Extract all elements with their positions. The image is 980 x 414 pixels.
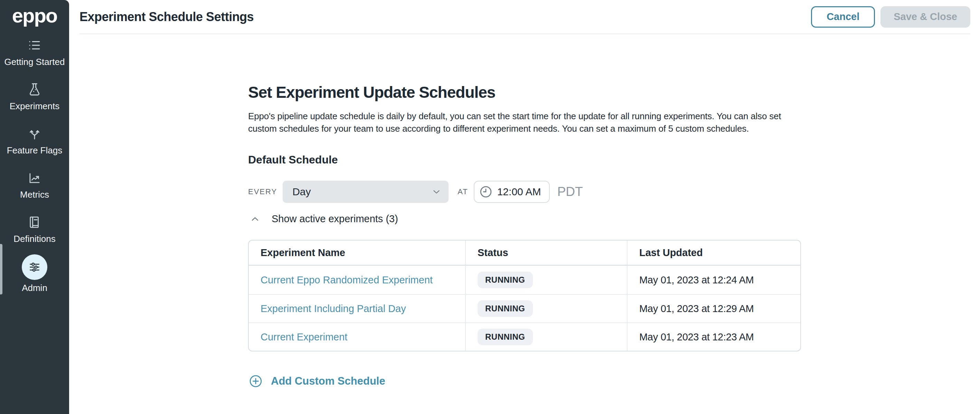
last-updated-value: May 01, 2023 at 12:24 AM <box>639 274 754 286</box>
column-header-last-updated: Last Updated <box>628 240 800 265</box>
sidebar-item-metrics[interactable]: Metrics <box>0 163 69 207</box>
save-close-button[interactable]: Save & Close <box>880 6 970 28</box>
clock-icon <box>479 185 493 199</box>
status-badge: RUNNING <box>477 272 533 288</box>
add-custom-schedule-button[interactable]: Add Custom Schedule <box>248 374 385 388</box>
table-row: Experiment Including Partial Day RUNNING… <box>249 294 800 322</box>
chevron-down-icon <box>431 186 442 197</box>
last-updated-value: May 01, 2023 at 12:29 AM <box>639 303 754 314</box>
book-icon <box>27 215 42 229</box>
split-arrow-icon <box>27 126 42 141</box>
sliders-icon <box>22 254 47 280</box>
timezone-label: PDT <box>557 185 583 199</box>
toggle-label: Show active experiments (3) <box>272 213 398 225</box>
frequency-value: Day <box>292 186 311 197</box>
add-custom-schedule-label: Add Custom Schedule <box>271 375 385 387</box>
eppo-logo[interactable]: eppo <box>12 0 57 30</box>
default-schedule-title: Default Schedule <box>248 153 801 166</box>
sidebar-item-label: Metrics <box>20 189 49 200</box>
page-title: Experiment Schedule Settings <box>80 10 811 24</box>
header-actions: Cancel Save & Close <box>811 6 970 28</box>
sidebar-item-label: Admin <box>22 283 47 293</box>
experiment-link[interactable]: Current Experiment <box>261 331 347 343</box>
cancel-button[interactable]: Cancel <box>811 6 875 28</box>
sidebar-item-feature-flags[interactable]: Feature Flags <box>0 119 69 163</box>
content-area: Experiment Schedule Settings Cancel Save… <box>69 0 980 414</box>
chart-icon <box>27 171 42 185</box>
frequency-select[interactable]: Day <box>283 181 449 203</box>
at-label: AT <box>458 187 468 196</box>
table-row: Current Eppo Randomized Experiment RUNNI… <box>249 266 800 294</box>
sidebar-item-definitions[interactable]: Definitions <box>0 207 69 252</box>
list-icon <box>27 38 42 53</box>
sidebar-item-getting-started[interactable]: Getting Started <box>0 30 69 75</box>
section-description: Eppo's pipeline update schedule is daily… <box>248 110 801 135</box>
section-heading: Set Experiment Update Schedules <box>248 83 801 102</box>
sidebar-item-label: Feature Flags <box>7 145 62 156</box>
time-input[interactable]: 12:00 AM <box>474 181 550 203</box>
show-active-experiments-toggle[interactable]: Show active experiments (3) <box>248 213 801 225</box>
experiments-table: Experiment Name Status Last Updated Curr… <box>248 240 801 352</box>
active-item-indicator <box>0 244 2 295</box>
chevron-up-icon <box>250 213 261 225</box>
flask-icon <box>27 82 42 97</box>
sidebar-item-admin[interactable]: Admin <box>0 252 69 296</box>
experiment-link[interactable]: Current Eppo Randomized Experiment <box>261 274 433 286</box>
page-header: Experiment Schedule Settings Cancel Save… <box>69 0 980 33</box>
sidebar: eppo Getting Started <box>0 0 69 414</box>
sidebar-item-label: Definitions <box>13 234 55 244</box>
last-updated-value: May 01, 2023 at 12:23 AM <box>639 331 754 343</box>
status-badge: RUNNING <box>477 329 533 345</box>
every-label: EVERY <box>248 187 277 196</box>
sidebar-item-label: Experiments <box>10 101 60 111</box>
sidebar-nav: Getting Started Experiments <box>0 30 69 296</box>
column-header-status: Status <box>466 240 628 265</box>
app-window: eppo Getting Started <box>0 0 980 414</box>
time-value: 12:00 AM <box>497 186 541 197</box>
experiment-link[interactable]: Experiment Including Partial Day <box>261 303 406 314</box>
sidebar-item-label: Getting Started <box>5 57 65 67</box>
default-schedule-controls: EVERY Day AT <box>248 181 801 203</box>
status-badge: RUNNING <box>477 300 533 317</box>
plus-circle-icon <box>249 374 262 388</box>
table-row: Current Experiment RUNNING May 01, 2023 … <box>249 322 800 351</box>
table-header-row: Experiment Name Status Last Updated <box>249 240 800 266</box>
column-header-experiment-name: Experiment Name <box>249 240 466 265</box>
sidebar-item-experiments[interactable]: Experiments <box>0 75 69 119</box>
main-section: Set Experiment Update Schedules Eppo's p… <box>248 34 801 388</box>
